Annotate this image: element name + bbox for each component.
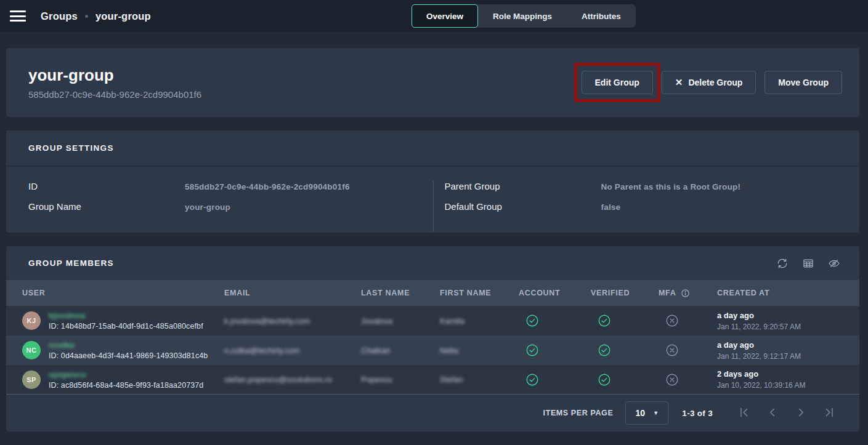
col-first-name: FIRST NAME [440, 289, 519, 297]
field-id-value: 585ddb27-0c9e-44bb-962e-2cd9904b01f6 [185, 182, 350, 191]
verified-status-check-icon [591, 343, 659, 357]
eye-off-icon[interactable] [827, 257, 841, 270]
items-per-page-select[interactable]: 10 ▼ [625, 401, 668, 425]
account-status-check-icon [519, 373, 591, 387]
field-id-label: ID [28, 181, 185, 191]
table-view-icon[interactable] [801, 257, 815, 270]
field-default-group-value: false [601, 202, 621, 212]
created-relative: a day ago [717, 311, 859, 320]
col-user: USER [6, 289, 224, 297]
pagination-bar: ITEMS PER PAGE 10 ▼ 1-3 of 3 [6, 395, 859, 431]
field-default-group-label: Default Group [445, 201, 601, 212]
col-verified: VERIFIED [591, 289, 659, 297]
email-cell: stefan.popescu@soulutions.ro [224, 375, 361, 384]
mfa-status-cross-icon [659, 373, 717, 387]
avatar: SP [22, 371, 41, 389]
col-last-name: LAST NAME [361, 289, 440, 297]
first-page-icon[interactable] [737, 406, 752, 420]
member-row[interactable]: NC ncolka ID: 0d4aaeeb-4d3f-4a41-9869-14… [6, 335, 859, 365]
first-name-cell: Nelia [440, 346, 519, 355]
hamburger-menu-icon[interactable] [10, 10, 26, 22]
members-table-header: USER EMAIL LAST NAME FIRST NAME ACCOUNT … [6, 280, 859, 306]
member-row[interactable]: KJ kjovalova ID: 14b48bd7-15ab-40df-9d1c… [6, 306, 859, 335]
breadcrumb-separator-dot [85, 15, 88, 18]
breadcrumb-section[interactable]: Groups [41, 10, 78, 22]
top-bar: Groups your-group Overview Role Mappings… [0, 0, 868, 32]
email-cell: n.colka@techirly.com [224, 346, 361, 355]
edit-group-button[interactable]: Edit Group [582, 71, 653, 94]
field-group-name-label: Group Name [28, 201, 185, 212]
field-parent-group-label: Parent Group [445, 181, 601, 191]
items-per-page-label: ITEMS PER PAGE [543, 409, 614, 417]
delete-group-label: Delete Group [688, 78, 742, 87]
created-date: Jan 11, 2022, 9:12:17 AM [717, 352, 859, 361]
username-link[interactable]: ncolka [49, 340, 208, 350]
group-header-card: your-group 585ddb27-0c9e-44bb-962e-2cd99… [6, 48, 859, 117]
refresh-icon[interactable] [776, 257, 789, 270]
verified-status-check-icon [591, 373, 659, 387]
tab-attributes[interactable]: Attributes [567, 4, 636, 28]
group-settings-card: GROUP SETTINGS ID 585ddb27-0c9e-44bb-962… [6, 130, 859, 233]
username-link[interactable]: kjovalova [49, 311, 203, 320]
next-page-icon[interactable] [794, 406, 809, 420]
first-name-cell: Stefan [440, 375, 519, 384]
delete-x-icon: ✕ [675, 77, 683, 88]
tab-role-mappings[interactable]: Role Mappings [478, 4, 567, 28]
previous-page-icon[interactable] [766, 406, 781, 420]
delete-group-button[interactable]: ✕ Delete Group [662, 71, 756, 94]
user-id: ID: ac8d56f4-68a4-485e-9f93-fa18aa20737d [49, 381, 203, 390]
last-name-cell: Jovalova [361, 316, 440, 326]
group-uuid: 585ddb27-0c9e-44bb-962e-2cd9904b01f6 [28, 89, 582, 100]
field-id: ID 585ddb27-0c9e-44bb-962e-2cd9904b01f6 [6, 181, 433, 201]
group-members-title: GROUP MEMBERS [28, 259, 776, 268]
col-created-at: CREATED AT [717, 289, 859, 297]
mfa-status-cross-icon [659, 343, 717, 357]
col-mfa-label: MFA [659, 289, 676, 297]
created-relative: a day ago [717, 340, 859, 350]
user-id: ID: 14b48bd7-15ab-40df-9d1c-485a080cefbf [49, 322, 203, 331]
field-group-name-value: your-group [185, 202, 230, 212]
account-status-check-icon [519, 314, 591, 327]
first-name-cell: Kamila [440, 316, 519, 326]
member-row[interactable]: SP spopescu ID: ac8d56f4-68a4-485e-9f93-… [6, 365, 859, 395]
move-group-button[interactable]: Move Group [765, 71, 842, 94]
items-per-page-value: 10 [636, 408, 646, 418]
mfa-status-cross-icon [659, 314, 717, 327]
created-relative: 2 days ago [717, 369, 859, 379]
avatar: KJ [22, 311, 41, 330]
breadcrumb-current: your-group [95, 10, 151, 22]
field-parent-group: Parent Group No Parent as this is a Root… [436, 181, 860, 201]
chevron-down-icon: ▼ [653, 410, 659, 416]
created-date: Jan 10, 2022, 10:39:16 AM [717, 381, 859, 390]
breadcrumb: Groups your-group [41, 10, 151, 22]
user-id: ID: 0d4aaeeb-4d3f-4a41-9869-149303d81c4b [49, 351, 208, 360]
info-icon[interactable] [681, 289, 690, 298]
created-date: Jan 11, 2022, 9:20:57 AM [717, 323, 859, 331]
page-title: your-group [28, 66, 582, 85]
col-email: EMAIL [224, 289, 361, 297]
tab-overview[interactable]: Overview [412, 4, 478, 28]
avatar: NC [22, 341, 41, 359]
col-account: ACCOUNT [519, 289, 591, 297]
field-parent-group-value: No Parent as this is a Root Group! [601, 182, 741, 191]
verified-status-check-icon [591, 314, 659, 327]
col-mfa: MFA [659, 289, 717, 298]
last-page-icon[interactable] [822, 406, 837, 420]
username-link[interactable]: spopescu [49, 370, 203, 379]
account-status-check-icon [519, 343, 591, 357]
page-range: 1-3 of 3 [682, 409, 713, 418]
last-name-cell: Popescu [361, 375, 440, 384]
email-cell: k.jovalova@techirly.com [224, 316, 361, 326]
group-settings-title: GROUP SETTINGS [28, 143, 114, 153]
field-group-name: Group Name your-group [6, 201, 433, 222]
tab-group: Overview Role Mappings Attributes [412, 4, 636, 28]
group-members-card: GROUP MEMBERS [6, 246, 859, 431]
last-name-cell: Chalkan [361, 346, 440, 355]
field-default-group: Default Group false [436, 201, 860, 222]
